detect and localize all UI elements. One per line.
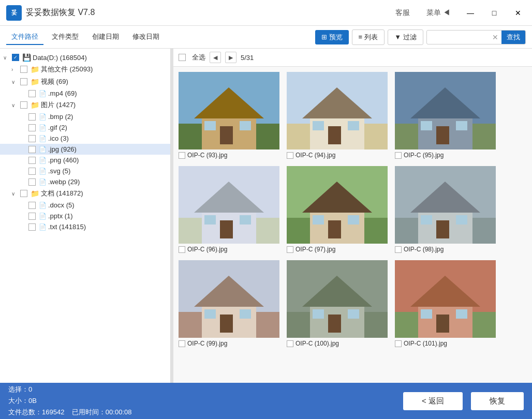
image-item[interactable]: OIP-C (100).jpg [287, 260, 388, 347]
prev-page-btn[interactable]: ◀ [210, 52, 221, 63]
tree-item-jpg[interactable]: 📄.jpg (926) [0, 144, 170, 155]
menu-btn[interactable]: 菜单 ◀ [422, 6, 454, 20]
svg-rect-52 [220, 315, 233, 333]
svg-rect-70 [456, 309, 467, 319]
tree-checkbox[interactable]: ✓ [12, 54, 19, 61]
tree-item-bmp[interactable]: 📄.bmp (2) [0, 111, 170, 122]
image-label-row: OIP-C (99).jpg [179, 340, 227, 347]
image-item[interactable]: OIP-C (101).jpg [395, 260, 496, 347]
preview-btn[interactable]: ⊞ 预览 [315, 30, 349, 44]
tree-item-video[interactable]: ∨📁视频 (69) [0, 76, 170, 88]
tree-item-docx[interactable]: 📄.docx (5) [0, 200, 170, 211]
back-btn[interactable]: < 返回 [403, 392, 463, 410]
tree-item-png[interactable]: 📄.png (460) [0, 155, 170, 166]
svg-rect-13 [313, 121, 324, 130]
image-item[interactable]: OIP-C (94).jpg [287, 72, 388, 159]
search-input[interactable] [427, 31, 489, 43]
image-item[interactable]: OIP-C (98).jpg [395, 166, 496, 253]
customer-service-btn[interactable]: 客服 [391, 6, 414, 20]
tree-checkbox[interactable] [28, 135, 36, 142]
tree-checkbox[interactable] [28, 124, 36, 131]
tree-item-image[interactable]: ∨📁图片 (1427) [0, 99, 170, 111]
tree-checkbox[interactable] [28, 90, 36, 97]
maximize-btn[interactable]: □ [486, 6, 502, 20]
tree-toggle[interactable]: ∨ [11, 191, 19, 197]
tree-checkbox[interactable] [20, 190, 27, 197]
image-thumbnail [287, 260, 388, 338]
tree-toggle[interactable]: › [11, 67, 19, 72]
restore-btn[interactable]: 恢复 [471, 392, 524, 410]
image-checkbox[interactable] [179, 246, 185, 253]
file-icon: 📄 [39, 157, 47, 164]
svg-rect-5 [204, 121, 216, 130]
tab-modify-date[interactable]: 修改日期 [127, 29, 165, 45]
image-checkbox[interactable] [287, 246, 293, 253]
house-svg [179, 166, 279, 244]
tree-checkbox[interactable] [28, 168, 36, 175]
search-btn[interactable]: 查找 [501, 31, 525, 44]
image-item[interactable]: OIP-C (93).jpg [179, 72, 279, 159]
tree-item-label: .docx (5) [48, 201, 75, 209]
svg-rect-37 [313, 215, 324, 225]
tree-checkbox[interactable] [28, 213, 36, 220]
image-checkbox[interactable] [179, 152, 185, 159]
filter-btn[interactable]: ▼ 过滤 [388, 29, 423, 45]
image-item[interactable]: OIP-C (96).jpg [179, 166, 279, 253]
next-page-btn[interactable]: ▶ [225, 52, 237, 63]
image-checkbox[interactable] [395, 340, 402, 347]
image-filename: OIP-C (95).jpg [404, 152, 444, 159]
tree-checkbox[interactable] [28, 223, 36, 231]
list-btn[interactable]: ≡ 列表 [352, 29, 385, 45]
selection-count: 选择：0 [8, 384, 395, 395]
tree-toggle[interactable]: ∨ [3, 55, 10, 61]
tree-checkbox[interactable] [28, 157, 36, 164]
clear-search-btn[interactable]: ✕ [489, 31, 501, 43]
tree-checkbox[interactable] [28, 178, 36, 186]
minimize-btn[interactable]: — [463, 6, 478, 20]
pagination-bar: 全选 ◀ ▶ 5/31 [173, 49, 532, 67]
tree-item-mp4[interactable]: 📄.mp4 (69) [0, 88, 170, 99]
grid-icon: ⊞ [321, 33, 327, 41]
tree-checkbox[interactable] [20, 66, 27, 73]
image-checkbox[interactable] [287, 340, 293, 347]
tree-item-gif[interactable]: 📄.gif (2) [0, 122, 170, 133]
tree-checkbox[interactable] [28, 202, 36, 209]
tab-file-type[interactable]: 文件类型 [47, 29, 84, 45]
tree-item-webp[interactable]: 📄.webp (29) [0, 176, 170, 187]
tree-toggle[interactable]: ∨ [11, 102, 19, 108]
tree-checkbox[interactable] [28, 146, 36, 153]
house-svg [287, 260, 388, 338]
tab-file-path[interactable]: 文件路径 [6, 29, 43, 45]
image-checkbox[interactable] [179, 340, 185, 347]
tree-checkbox[interactable] [20, 101, 27, 109]
house-svg [395, 260, 496, 338]
image-checkbox[interactable] [287, 152, 293, 159]
image-item[interactable]: OIP-C (97).jpg [287, 166, 388, 253]
folder-icon: 📁 [31, 65, 39, 73]
main-content: ∨✓💾Data(D:) (168504)›📁其他文件 (25093)∨📁视频 (… [0, 49, 532, 383]
tree-item-other[interactable]: ›📁其他文件 (25093) [0, 63, 170, 76]
image-checkbox[interactable] [395, 152, 402, 159]
image-item[interactable]: OIP-C (99).jpg [179, 260, 279, 347]
tree-item-ico[interactable]: 📄.ico (3) [0, 133, 170, 144]
tree-item-doc[interactable]: ∨📁文档 (141872) [0, 187, 170, 200]
close-btn[interactable]: ✕ [510, 6, 526, 20]
tree-checkbox[interactable] [28, 113, 36, 121]
tree-item-label: 文档 (141872) [41, 189, 83, 198]
tree-item-txt[interactable]: 📄.txt (141815) [0, 221, 170, 232]
file-icon: 📄 [39, 113, 47, 121]
tree-item-svg[interactable]: 📄.svg (5) [0, 166, 170, 176]
select-all-checkbox[interactable] [179, 54, 186, 61]
svg-rect-20 [436, 126, 449, 144]
tree-toggle[interactable]: ∨ [11, 79, 19, 85]
image-label-row: OIP-C (93).jpg [179, 152, 227, 159]
image-label-row: OIP-C (101).jpg [395, 340, 447, 347]
image-item[interactable]: OIP-C (95).jpg [395, 72, 496, 159]
tab-create-date[interactable]: 创建日期 [87, 29, 124, 45]
image-checkbox[interactable] [395, 246, 402, 253]
tree-checkbox[interactable] [20, 78, 27, 85]
tree-item-label: 视频 (69) [41, 77, 68, 86]
tree-item-pptx[interactable]: 📄.pptx (1) [0, 211, 170, 221]
tree-item-label: Data(D:) (168504) [33, 54, 87, 62]
tree-item-root[interactable]: ∨✓💾Data(D:) (168504) [0, 52, 170, 63]
